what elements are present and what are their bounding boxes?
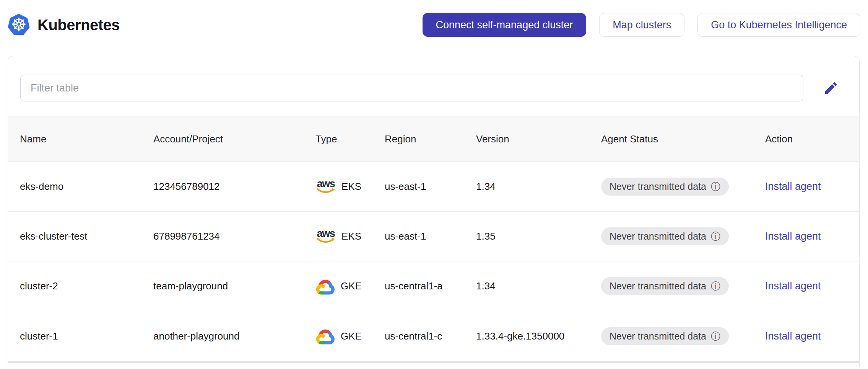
column-header-action[interactable]: Action: [765, 133, 847, 145]
agent-status-text: Never transmitted data: [610, 281, 706, 292]
action-cell: Install agent: [765, 280, 847, 292]
edit-table-button[interactable]: [822, 79, 840, 97]
cluster-name-cell: eks-demo: [20, 181, 153, 193]
action-cell: Install agent: [765, 330, 847, 342]
page-header: ☸ Kubernetes Connect self-managed cluste…: [8, 12, 860, 38]
install-agent-link[interactable]: Install agent: [765, 330, 821, 342]
page-title: Kubernetes: [37, 16, 120, 34]
account-project-cell: another-playground: [153, 330, 315, 342]
agent-status-text: Never transmitted data: [610, 331, 706, 342]
cluster-type-cell: aws EKS: [315, 229, 385, 243]
version-cell: 1.33.4-gke.1350000: [476, 330, 601, 342]
agent-status-cell: Never transmitted data ⓘ: [601, 327, 765, 345]
map-clusters-button[interactable]: Map clusters: [599, 13, 684, 37]
header-actions: Connect self-managed cluster Map cluster…: [423, 13, 860, 37]
account-project-cell: 678998761234: [153, 230, 315, 242]
table-row: cluster-2 team-playground aws GKE us-c: [8, 261, 859, 311]
kubernetes-page: ☸ Kubernetes Connect self-managed cluste…: [0, 12, 868, 369]
agent-status-badge: Never transmitted data ⓘ: [601, 178, 729, 196]
cluster-type-cell: aws GKE: [315, 278, 385, 295]
account-project-cell: 123456789012: [153, 181, 315, 193]
cluster-type-label: EKS: [341, 181, 361, 193]
column-header-name[interactable]: Name: [20, 133, 153, 145]
table-header-row: Name Account/Project Type Region Version…: [8, 116, 859, 162]
clusters-table: Name Account/Project Type Region Version…: [8, 116, 859, 361]
version-cell: 1.35: [476, 230, 601, 242]
table-row: eks-demo 123456789012 aws EKS us-east-: [8, 162, 859, 212]
info-icon[interactable]: ⓘ: [711, 281, 720, 291]
cluster-type-label: GKE: [341, 330, 362, 342]
action-cell: Install agent: [765, 181, 847, 193]
agent-status-badge: Never transmitted data ⓘ: [601, 327, 729, 345]
filter-row: [8, 56, 859, 116]
table-row: cluster-1 another-playground aws GKE u: [8, 311, 859, 361]
agent-status-cell: Never transmitted data ⓘ: [601, 277, 765, 295]
info-icon[interactable]: ⓘ: [711, 182, 720, 191]
cluster-name-cell: cluster-2: [20, 280, 153, 292]
info-icon[interactable]: ⓘ: [711, 331, 720, 341]
google-cloud-logo-icon: [315, 327, 335, 345]
filter-table-input[interactable]: [20, 75, 803, 101]
agent-status-text: Never transmitted data: [610, 231, 706, 242]
column-header-region[interactable]: Region: [385, 133, 476, 145]
cluster-type-label: EKS: [341, 230, 361, 242]
action-cell: Install agent: [765, 230, 847, 242]
install-agent-link[interactable]: Install agent: [765, 230, 821, 242]
install-agent-link[interactable]: Install agent: [765, 280, 821, 292]
version-cell: 1.34: [476, 181, 601, 193]
column-header-account-project[interactable]: Account/Project: [153, 133, 315, 145]
table-footer-space: [8, 363, 859, 369]
version-cell: 1.34: [476, 280, 601, 292]
google-cloud-logo-icon: [315, 278, 335, 295]
region-cell: us-east-1: [385, 181, 476, 193]
install-agent-link[interactable]: Install agent: [765, 181, 821, 192]
pencil-icon: [823, 80, 839, 96]
go-to-kubernetes-intelligence-button[interactable]: Go to Kubernetes Intelligence: [697, 13, 860, 37]
kubernetes-logo-icon: ☸: [8, 14, 30, 36]
page-title-group: ☸ Kubernetes: [8, 14, 120, 36]
account-project-cell: team-playground: [153, 280, 315, 292]
column-header-version[interactable]: Version: [476, 133, 601, 145]
table-row: eks-cluster-test 678998761234 aws EKS: [8, 212, 859, 261]
agent-status-badge: Never transmitted data ⓘ: [601, 227, 729, 245]
region-cell: us-central1-a: [385, 280, 476, 292]
aws-logo-icon: aws: [315, 229, 336, 243]
region-cell: us-east-1: [385, 230, 476, 242]
cluster-name-cell: eks-cluster-test: [20, 230, 153, 242]
agent-status-cell: Never transmitted data ⓘ: [601, 178, 765, 196]
column-header-agent-status[interactable]: Agent Status: [601, 133, 765, 145]
cluster-name-cell: cluster-1: [20, 330, 153, 342]
column-header-type[interactable]: Type: [315, 133, 385, 145]
agent-status-cell: Never transmitted data ⓘ: [601, 227, 765, 245]
aws-logo-icon: aws: [315, 180, 336, 194]
region-cell: us-central1-c: [385, 330, 476, 342]
cluster-type-label: GKE: [341, 280, 362, 292]
clusters-card: Name Account/Project Type Region Version…: [8, 56, 860, 369]
cluster-type-cell: aws EKS: [315, 180, 385, 194]
table-body: eks-demo 123456789012 aws EKS us-east-: [8, 162, 859, 361]
info-icon[interactable]: ⓘ: [711, 232, 720, 241]
cluster-type-cell: aws GKE: [315, 327, 385, 345]
connect-self-managed-cluster-button[interactable]: Connect self-managed cluster: [423, 13, 587, 37]
agent-status-badge: Never transmitted data ⓘ: [601, 277, 729, 295]
agent-status-text: Never transmitted data: [610, 181, 706, 192]
